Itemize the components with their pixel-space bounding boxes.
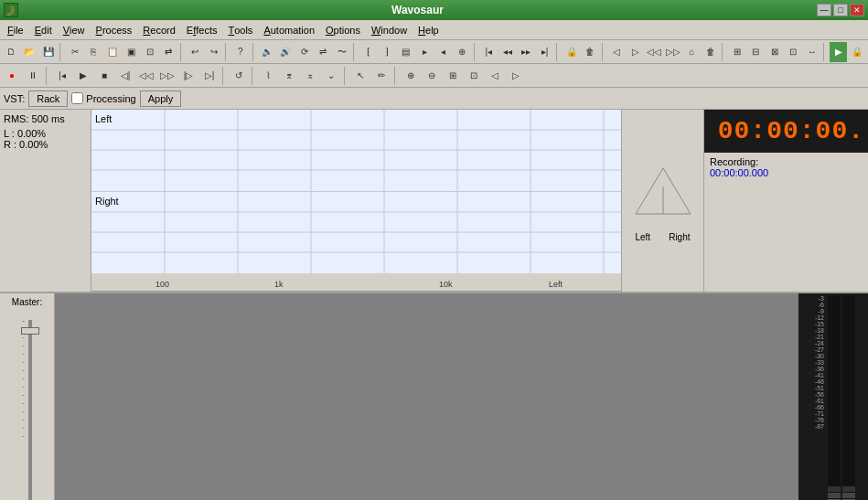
menu-effects[interactable]: Effects [181, 21, 223, 39]
vst-label: VST: [4, 93, 25, 104]
play-button[interactable]: ▶ [73, 66, 93, 86]
menu-record[interactable]: Record [137, 21, 180, 39]
rew-button[interactable]: ◁◁ [136, 66, 156, 86]
menu-view[interactable]: View [58, 21, 91, 39]
left-level: L : 0.00% [4, 128, 87, 139]
tb-btn-c[interactable]: ⊠ [766, 42, 783, 62]
mixer-area[interactable] [55, 293, 798, 500]
stereo-meter-svg [627, 159, 700, 232]
processing-checkbox[interactable] [71, 92, 83, 104]
env-btn3[interactable]: ⌅ [300, 66, 320, 86]
cut-button[interactable]: ✂ [66, 42, 83, 62]
fader-thumb[interactable] [21, 327, 39, 335]
pencil-btn[interactable]: ✏ [371, 66, 391, 86]
minimize-button[interactable]: — [817, 4, 831, 16]
edit-btn3[interactable]: ▤ [397, 42, 414, 62]
undo-button[interactable]: ↩ [186, 42, 203, 62]
right-channel-label: Right [95, 196, 119, 207]
save-button[interactable]: 💾 [39, 42, 57, 62]
zoom-nxt-btn[interactable]: ▷ [506, 66, 526, 86]
rr-btn[interactable]: ▷▷ [664, 42, 681, 62]
trim-button[interactable]: ▣ [122, 42, 139, 62]
copy-button[interactable]: ⎘ [85, 42, 102, 62]
menu-process[interactable]: Process [91, 21, 138, 39]
ruler-1k: 1k [274, 280, 284, 289]
tb-btn-d[interactable]: ⊡ [784, 42, 801, 62]
loop-back[interactable]: ↺ [229, 66, 249, 86]
edit-btn6[interactable]: ⊕ [453, 42, 470, 62]
tb-btn-e[interactable]: ↔ [803, 42, 820, 62]
ll-btn[interactable]: ◁◁ [646, 42, 663, 62]
rack-button[interactable]: Rack [28, 90, 68, 107]
end-button[interactable]: ▷| [199, 66, 220, 86]
zoom-prev-btn[interactable]: ◁ [485, 66, 505, 86]
env-btn4[interactable]: ⌄ [321, 66, 341, 86]
lock-btn[interactable]: 🔒 [563, 42, 580, 62]
btn6[interactable]: ⇄ [159, 42, 177, 62]
stop-button[interactable]: ■ [94, 66, 114, 86]
recording-label: Recording: [710, 156, 863, 167]
zoom-sel-btn[interactable]: ⊞ [443, 66, 463, 86]
edit-btn1[interactable]: ⁅ [359, 42, 377, 62]
menu-help[interactable]: Help [413, 21, 445, 39]
paste-button[interactable]: 📋 [103, 42, 121, 62]
processing-checkbox-label[interactable]: Processing [71, 92, 135, 104]
vol-up[interactable]: 🔊 [277, 42, 295, 62]
trash-btn[interactable]: 🗑 [702, 42, 719, 62]
left-btn[interactable]: ◁ [608, 42, 626, 62]
loop-btn[interactable]: ⟳ [295, 42, 313, 62]
right-btn[interactable]: ▷ [627, 42, 644, 62]
env-btn1[interactable]: ⌇ [258, 66, 278, 86]
cursor-btn[interactable]: ↖ [350, 66, 370, 86]
pause-button[interactable]: ⏸ [23, 66, 43, 86]
tb-btn-b[interactable]: ⊟ [747, 42, 765, 62]
menu-file[interactable]: File [2, 21, 29, 39]
edit-btn2[interactable]: ⁆ [379, 42, 396, 62]
tsep5 [394, 67, 398, 85]
back-begin[interactable]: |◂ [52, 66, 72, 86]
toolbar-transport: ● ⏸ |◂ ▶ ■ ◁| ◁◁ ▷▷ |▷ ▷| ↺ ⌇ ⌆ ⌅ ⌄ ↖ ✏ … [0, 64, 868, 88]
wave-btn[interactable]: 〜 [333, 42, 350, 62]
next-mark[interactable]: |▷ [178, 66, 198, 86]
menu-options[interactable]: Options [320, 21, 366, 39]
env-btn2[interactable]: ⌆ [279, 66, 299, 86]
waveform-area[interactable]: Left Right [91, 110, 621, 292]
crop-button[interactable]: ⊡ [141, 42, 158, 62]
menu-window[interactable]: Window [366, 21, 413, 39]
prev-mark[interactable]: ◁| [115, 66, 135, 86]
home-btn[interactable]: ⌂ [682, 42, 700, 62]
sep8 [602, 43, 605, 61]
new-button[interactable]: 🗋 [2, 42, 19, 62]
edit-btn4[interactable]: ▸ [416, 42, 434, 62]
del-btn[interactable]: 🗑 [582, 42, 599, 62]
fader-track[interactable] [28, 320, 32, 500]
edit-btn5[interactable]: ◂ [434, 42, 452, 62]
open-button[interactable]: 📂 [20, 42, 38, 62]
back-btn[interactable]: ◂◂ [498, 42, 516, 62]
help-btn[interactable]: ? [231, 42, 249, 62]
end-btn[interactable]: ▸| [536, 42, 553, 62]
waveform-left: Left [91, 110, 621, 192]
fwd-button[interactable]: ▷▷ [157, 66, 177, 86]
sep4 [252, 43, 256, 61]
lock-btn2[interactable]: 🔒 [848, 42, 865, 62]
zoom-fit-btn[interactable]: ⊡ [464, 66, 484, 86]
menu-automation[interactable]: Automation [258, 21, 320, 39]
fwd-btn[interactable]: ▸▸ [517, 42, 534, 62]
redo-button[interactable]: ↪ [205, 42, 222, 62]
tb-btn-a[interactable]: ⊞ [728, 42, 745, 62]
processing-label: Processing [86, 93, 135, 104]
menu-edit[interactable]: Edit [29, 21, 58, 39]
record-button[interactable]: ● [2, 66, 22, 86]
zoom-out-btn[interactable]: ⊖ [422, 66, 442, 86]
maximize-button[interactable]: □ [833, 4, 848, 16]
play-start-btn[interactable]: ▶ [830, 42, 847, 62]
vol-down[interactable]: 🔈 [258, 42, 275, 62]
mix-btn[interactable]: ⇌ [315, 42, 332, 62]
prev-btn[interactable]: |◂ [480, 42, 498, 62]
close-button[interactable]: ✕ [850, 4, 864, 16]
apply-button[interactable]: Apply [140, 90, 182, 107]
zoom-in-btn[interactable]: ⊕ [401, 66, 421, 86]
menu-tools[interactable]: Tools [222, 21, 258, 39]
recording-info: Recording: 00:00:00.000 [704, 153, 868, 182]
